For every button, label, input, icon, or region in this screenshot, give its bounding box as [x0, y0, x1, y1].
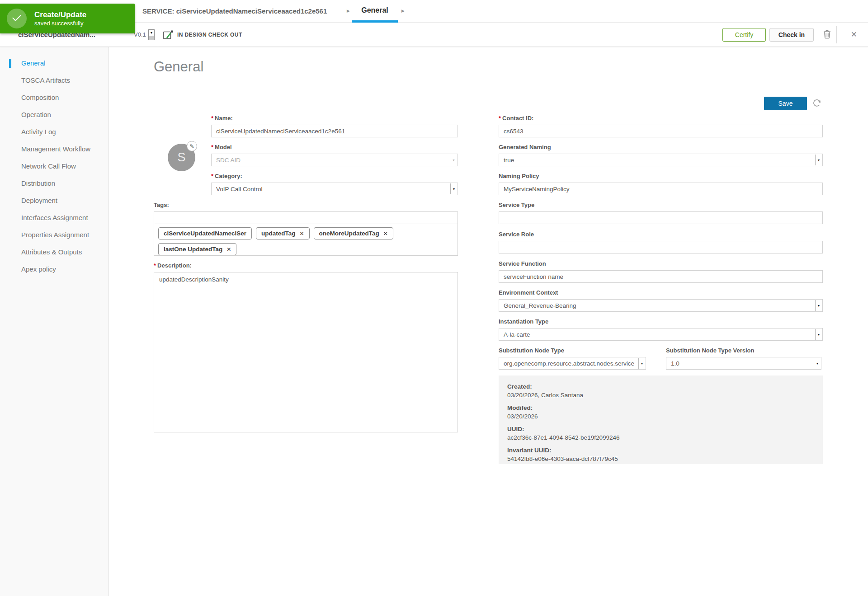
remove-tag-icon[interactable]: ✕: [226, 246, 231, 253]
metadata-box: Created: 03/20/2026, Carlos Santana Modi…: [499, 375, 823, 464]
contact-id-label: Contact ID:: [502, 115, 533, 122]
main-content: General Save S ✎ *Name: *Model SDC AID ▼: [109, 47, 868, 596]
sidebar-item-apex-policy[interactable]: Apex policy: [0, 261, 108, 278]
chevron-down-icon: ▼: [815, 329, 822, 340]
save-button[interactable]: Save: [764, 97, 807, 110]
chevron-down-icon: ▼: [450, 155, 457, 165]
service-type-field-group: Service Type: [499, 202, 823, 224]
check-in-button[interactable]: Check in: [769, 28, 814, 42]
service-function-field-group: Service Function: [499, 260, 823, 283]
modified-label: Modifed:: [507, 404, 814, 412]
generated-naming-field-group: Generated Naming true ▼: [499, 144, 823, 166]
naming-policy-label: Naming Policy: [499, 173, 823, 180]
tab-general[interactable]: General: [352, 0, 398, 23]
description-textarea[interactable]: updatedDescriptionSanity: [154, 272, 458, 432]
tag-chip[interactable]: oneMoreUpdatedTag ✕: [314, 227, 393, 239]
substitution-node-type-version-label: Substitution Node Type Version: [666, 347, 821, 354]
category-select[interactable]: VoIP Call Control ▼: [211, 183, 458, 195]
service-function-input[interactable]: [499, 270, 823, 283]
sidebar-item-attributes-outputs[interactable]: Attributes & Outputs: [0, 244, 108, 261]
generated-naming-label: Generated Naming: [499, 144, 823, 151]
substitution-node-type-select[interactable]: org.openecomp.resource.abstract.nodes.se…: [499, 357, 646, 370]
sidebar-item-activity-log[interactable]: Activity Log: [0, 123, 108, 141]
chevron-down-icon: ▼: [638, 358, 645, 369]
required-asterisk: *: [154, 262, 156, 269]
breadcrumb-caret-icon: ▶: [347, 0, 350, 22]
edit-avatar-icon[interactable]: ✎: [187, 141, 197, 151]
name-input[interactable]: [211, 125, 458, 137]
name-label: Name:: [215, 115, 233, 122]
description-label: Description:: [157, 262, 192, 269]
check-circle-icon: [7, 9, 27, 28]
required-asterisk: *: [211, 173, 213, 179]
tab-general-label: General: [361, 6, 388, 14]
uuid-label: UUID:: [507, 425, 814, 433]
certify-button[interactable]: Certify: [722, 28, 766, 42]
instantiation-type-label: Instantiation Type: [499, 318, 823, 325]
substitution-node-type-label: Substitution Node Type: [499, 347, 646, 354]
success-toast[interactable]: Create/Update saved successfully: [0, 4, 135, 33]
tag-chip[interactable]: ciServiceUpdatedNameciServic...: [158, 227, 252, 239]
created-label: Created:: [507, 382, 814, 391]
service-role-label: Service Role: [499, 231, 823, 238]
delete-icon[interactable]: [823, 30, 831, 39]
sidebar-item-tosca-artifacts[interactable]: TOSCA Artifacts: [0, 72, 108, 89]
naming-policy-field-group: Naming Policy: [499, 173, 823, 195]
category-field-group: *Category: VoIP Call Control ▼: [211, 173, 458, 195]
naming-policy-input[interactable]: [499, 183, 823, 195]
substitution-node-type-version-field-group: Substitution Node Type Version 1.0 ▼: [666, 347, 821, 370]
created-value: 03/20/2026, Carlos Santana: [507, 391, 814, 399]
service-role-field-group: Service Role: [499, 231, 823, 253]
version-select[interactable]: ▼: [148, 29, 155, 40]
close-icon[interactable]: ✕: [851, 23, 857, 47]
contact-id-input[interactable]: [499, 125, 823, 137]
avatar: S ✎: [168, 144, 195, 171]
subheader-divider: [158, 23, 158, 47]
sidebar-item-interfaces-assignment[interactable]: Interfaces Assignment: [0, 209, 108, 226]
breadcrumb: SERVICE: ciServiceUpdatedNameciServiceaa…: [142, 0, 327, 22]
sidebar-item-distribution[interactable]: Distribution: [0, 175, 108, 192]
toast-message: saved successfully: [34, 19, 86, 27]
page-title: General: [154, 59, 203, 75]
chevron-down-icon: ▼: [814, 358, 821, 369]
instantiation-type-field-group: Instantiation Type A-la-carte ▼: [499, 318, 823, 341]
service-type-input[interactable]: [499, 211, 823, 224]
chevron-down-icon: ▼: [815, 155, 822, 165]
service-type-label: Service Type: [499, 202, 823, 209]
tags-label: Tags:: [154, 202, 458, 209]
tag-chip[interactable]: updatedTag ✕: [256, 227, 310, 239]
tags-field-group: Tags: ciServiceUpdatedNameciServic... up…: [154, 202, 458, 256]
model-label: Model: [215, 144, 232, 150]
invariant-uuid-value: 54142fb8-e06e-4303-aaca-dcf787f79c45: [507, 455, 814, 463]
service-function-label: Service Function: [499, 260, 823, 267]
remove-tag-icon[interactable]: ✕: [300, 230, 304, 237]
tag-chip[interactable]: lastOne UpdatedTag ✕: [158, 243, 236, 255]
environment-context-field-group: Environment Context General_Revenue-Bear…: [499, 289, 823, 312]
tags-chip-list: ciServiceUpdatedNameciServic... updatedT…: [154, 224, 458, 256]
sidebar-item-properties-assignment[interactable]: Properties Assignment: [0, 226, 108, 244]
environment-context-select[interactable]: General_Revenue-Bearing ▼: [499, 299, 823, 312]
sidebar-item-network-call-flow[interactable]: Network Call Flow: [0, 158, 108, 175]
sidebar-item-management-workflow[interactable]: Management Workflow: [0, 141, 108, 158]
refresh-icon[interactable]: [812, 99, 821, 108]
remove-tag-icon[interactable]: ✕: [383, 230, 388, 237]
invariant-uuid-label: Invariant UUID:: [507, 446, 814, 455]
sidebar-item-general[interactable]: General: [0, 55, 108, 72]
uuid-info: UUID: ac2cf36c-87e1-4094-8542-be19f20992…: [507, 425, 814, 442]
required-asterisk: *: [499, 115, 501, 122]
service-role-input[interactable]: [499, 241, 823, 253]
sidebar-item-composition[interactable]: Composition: [0, 89, 108, 106]
modified-info: Modifed: 03/20/2026: [507, 404, 814, 421]
instantiation-type-select[interactable]: A-la-carte ▼: [499, 328, 823, 341]
sidebar-item-operation[interactable]: Operation: [0, 106, 108, 123]
generated-naming-select[interactable]: true ▼: [499, 154, 823, 166]
sidebar-item-deployment[interactable]: Deployment: [0, 192, 108, 209]
substitution-node-type-version-select[interactable]: 1.0 ▼: [666, 357, 821, 370]
tags-input[interactable]: [154, 211, 458, 224]
version-value: V0.1: [134, 23, 146, 47]
required-asterisk: *: [211, 115, 213, 122]
created-info: Created: 03/20/2026, Carlos Santana: [507, 382, 814, 399]
environment-context-label: Environment Context: [499, 289, 823, 296]
description-field-group: *Description: updatedDescriptionSanity: [154, 262, 458, 432]
active-indicator: [9, 59, 11, 68]
